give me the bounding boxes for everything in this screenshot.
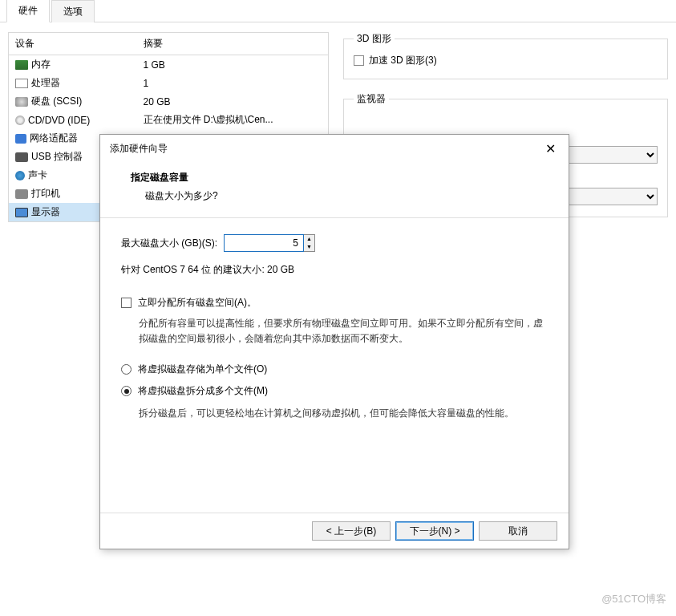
recommend-text: 针对 CentOS 7 64 位 的建议大小: 20 GB [121, 263, 548, 277]
dialog-separator [100, 217, 569, 218]
device-summary: 正在使用文件 D:\虚拟机\Cen... [137, 111, 329, 129]
device-name: 内存 [31, 59, 51, 70]
dialog-subtext: 磁盘大小为多少? [145, 189, 548, 203]
dialog-heading: 指定磁盘容量 [131, 171, 548, 184]
prn-icon [15, 189, 28, 199]
next-button[interactable]: 下一步(N) > [395, 521, 474, 541]
allocate-now-label: 立即分配所有磁盘空间(A)。 [138, 296, 257, 310]
device-header: 设备 [9, 33, 137, 55]
device-name: CD/DVD (IDE) [28, 115, 90, 126]
device-name: 处理器 [31, 77, 60, 88]
watermark: @51CTO博客 [601, 592, 666, 606]
accelerate-3d-checkbox[interactable] [354, 55, 364, 66]
group-monitor-title: 监视器 [354, 92, 389, 106]
accelerate-3d-label: 加速 3D 图形(3) [369, 54, 437, 67]
disp-icon [15, 208, 28, 217]
device-name: 打印机 [31, 188, 60, 199]
dialog-title: 添加硬件向导 [110, 142, 168, 156]
snd-icon [15, 171, 25, 180]
cancel-button[interactable]: 取消 [479, 521, 557, 541]
max-size-input[interactable] [224, 234, 304, 252]
group-3d-title: 3D 图形 [354, 32, 395, 46]
device-name: 显示器 [31, 206, 60, 217]
back-button[interactable]: < 上一步(B) [312, 521, 391, 541]
mem-icon [15, 60, 28, 70]
tab-options[interactable]: 选项 [51, 0, 95, 22]
radio-single-file[interactable] [121, 364, 132, 375]
device-name: USB 控制器 [31, 151, 83, 162]
summary-header: 摘要 [137, 33, 329, 55]
close-icon[interactable]: ✕ [539, 140, 562, 158]
allocate-desc: 分配所有容量可以提高性能，但要求所有物理磁盘空间立即可用。如果不立即分配所有空间… [139, 316, 548, 346]
max-size-label: 最大磁盘大小 (GB)(S): [121, 237, 217, 250]
dialog-footer: < 上一步(B) 下一步(N) > 取消 [100, 513, 569, 549]
hdd-icon [15, 97, 28, 107]
table-row[interactable]: 硬盘 (SCSI)20 GB [9, 92, 329, 111]
device-summary: 20 GB [137, 92, 329, 111]
spin-down-icon[interactable]: ▼ [304, 243, 314, 251]
device-name: 声卡 [28, 169, 47, 180]
tabs-bar: 硬件 选项 [0, 0, 676, 22]
add-hardware-wizard-dialog: 添加硬件向导 ✕ 指定磁盘容量 磁盘大小为多少? 最大磁盘大小 (GB)(S):… [99, 134, 569, 549]
radio-single-label: 将虚拟磁盘存储为单个文件(O) [138, 363, 267, 376]
table-row[interactable]: 处理器1 [9, 74, 329, 92]
cpu-icon [15, 79, 28, 88]
device-name: 网络适配器 [30, 132, 78, 144]
spin-up-icon[interactable]: ▲ [304, 235, 314, 243]
dialog-body: 指定磁盘容量 磁盘大小为多少? 最大磁盘大小 (GB)(S): ▲ ▼ 针对 C… [100, 163, 569, 513]
tab-hardware[interactable]: 硬件 [6, 0, 50, 22]
max-size-row: 最大磁盘大小 (GB)(S): ▲ ▼ [121, 234, 548, 252]
device-name: 硬盘 (SCSI) [31, 95, 82, 107]
dvd-icon [15, 116, 25, 125]
allocate-now-checkbox[interactable] [121, 298, 132, 308]
device-summary: 1 [137, 74, 329, 92]
device-summary: 1 GB [137, 55, 329, 75]
table-row[interactable]: CD/DVD (IDE)正在使用文件 D:\虚拟机\Cen... [9, 111, 329, 129]
dialog-titlebar: 添加硬件向导 ✕ [100, 135, 569, 163]
max-size-spinner: ▲ ▼ [224, 234, 315, 252]
split-desc: 拆分磁盘后，可以更轻松地在计算机之间移动虚拟机，但可能会降低大容量磁盘的性能。 [139, 406, 548, 421]
radio-split-files[interactable] [121, 386, 132, 396]
usb-icon [15, 152, 28, 162]
net-icon [15, 134, 26, 144]
radio-split-label: 将虚拟磁盘拆分成多个文件(M) [138, 384, 268, 398]
group-3d: 3D 图形 加速 3D 图形(3) [343, 32, 668, 79]
table-row[interactable]: 内存1 GB [9, 55, 329, 75]
